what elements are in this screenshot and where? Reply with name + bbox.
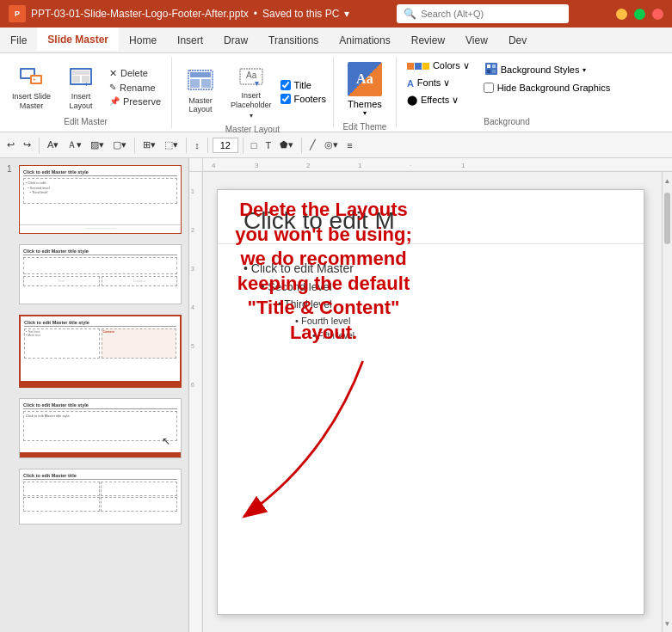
effects-tool[interactable]: ◎▾ bbox=[321, 138, 342, 152]
minimize-button[interactable] bbox=[616, 9, 627, 20]
undo-button[interactable]: ↩ bbox=[3, 138, 18, 152]
scroll-down-button[interactable]: ▼ bbox=[663, 615, 672, 632]
tab-slide-master[interactable]: Slide Master bbox=[37, 26, 119, 51]
cursor-indicator: ↖ bbox=[162, 435, 170, 447]
slide-mini-content-3: • Text here• More text Content bbox=[24, 328, 176, 359]
slide-thumb-wrapper-4[interactable]: Click to edit Master title style Click t… bbox=[19, 398, 182, 458]
slide-mini-title-2: Click to edit Master title style bbox=[23, 249, 177, 255]
line-spacing-button[interactable]: ↕ bbox=[191, 138, 203, 152]
group-button[interactable]: ⬚▾ bbox=[161, 138, 182, 152]
edit-theme-group: Aa Themes ▾ Edit Theme bbox=[334, 57, 397, 128]
svg-text:2: 2 bbox=[306, 162, 311, 169]
grid-cell-1 bbox=[23, 482, 100, 496]
font-color-button[interactable]: A▾ bbox=[44, 138, 62, 152]
tab-review[interactable]: Review bbox=[401, 28, 455, 52]
title-bar: P PPT-03-01-Slide-Master-Logo-Footer-Aft… bbox=[0, 0, 672, 28]
close-button[interactable] bbox=[652, 9, 663, 20]
tab-dev[interactable]: Dev bbox=[498, 28, 537, 52]
slide-thumb-3[interactable]: Click to edit Master title style • Text … bbox=[19, 315, 182, 388]
themes-dropdown[interactable]: ▾ bbox=[363, 109, 367, 117]
ruler-horizontal: 4 3 2 1 · 1 bbox=[203, 158, 672, 172]
slide-thumb-1[interactable]: Click to edit Master title style • Click… bbox=[19, 165, 182, 234]
hide-background-checkbox[interactable]: Hide Background Graphics bbox=[484, 82, 610, 94]
insert-placeholder-icon: Aa ▾ bbox=[237, 62, 265, 89]
svg-text:4: 4 bbox=[212, 162, 216, 169]
text-tool[interactable]: T bbox=[262, 138, 275, 152]
svg-text:+: + bbox=[33, 77, 36, 82]
slide-thumb-wrapper-1[interactable]: Click to edit Master title style • Click… bbox=[19, 165, 182, 234]
insert-placeholder-button[interactable]: Aa ▾ InsertPlaceholder ▾ bbox=[225, 58, 277, 123]
tab-draw[interactable]: Draw bbox=[213, 28, 258, 52]
title-check-input[interactable] bbox=[281, 80, 291, 90]
redo-button[interactable]: ↪ bbox=[20, 138, 34, 152]
line-tool[interactable]: ╱ bbox=[306, 138, 319, 152]
toolbar-separator-2 bbox=[134, 138, 135, 153]
master-layout-icon bbox=[187, 67, 214, 95]
insert-layout-icon: + bbox=[67, 63, 95, 90]
tab-file[interactable]: File bbox=[0, 28, 37, 52]
slide-thumb-2[interactable]: Click to edit Master title style Text Co… bbox=[19, 244, 182, 304]
align-button[interactable]: ⊞▾ bbox=[139, 138, 159, 152]
slide-row-2: Click to edit Master title style Text Co… bbox=[7, 244, 182, 304]
insert-placeholder-dropdown[interactable]: ▾ bbox=[250, 112, 253, 120]
shape-tool[interactable]: ⬟▾ bbox=[276, 138, 297, 152]
svg-text:1: 1 bbox=[461, 162, 465, 169]
scroll-up-button[interactable]: ▲ bbox=[663, 172, 672, 189]
highlight-button[interactable]: Ａ▾ bbox=[64, 137, 85, 153]
preserve-button[interactable]: 📌 Preserve bbox=[106, 95, 164, 107]
svg-rect-12 bbox=[190, 72, 211, 77]
background-styles-button[interactable]: Background Styles ▾ bbox=[480, 60, 610, 79]
slide-thumb-wrapper-2[interactable]: Click to edit Master title style Text Co… bbox=[19, 244, 182, 304]
tab-home[interactable]: Home bbox=[119, 28, 167, 52]
rectangle-tool[interactable]: □ bbox=[248, 138, 261, 152]
canvas-area: 4 3 2 1 · 1 1 2 3 4 5 6 bbox=[189, 158, 672, 632]
tab-transitions[interactable]: Transitions bbox=[258, 28, 329, 52]
hide-background-check-input[interactable] bbox=[484, 83, 494, 93]
svg-text:·: · bbox=[410, 162, 411, 169]
rename-button[interactable]: ✎ Rename bbox=[106, 82, 164, 94]
font-size-input[interactable] bbox=[213, 138, 238, 153]
slide-thumb-5[interactable]: Click to edit Master title bbox=[19, 469, 182, 525]
themes-button[interactable]: Aa Themes ▾ bbox=[341, 58, 389, 120]
slide-red-bar-3 bbox=[21, 381, 180, 386]
title-check-label: Title bbox=[294, 80, 311, 90]
filename: PPT-03-01-Slide-Master-Logo-Footer-After… bbox=[31, 8, 249, 20]
footers-check-label: Footers bbox=[294, 94, 326, 104]
dropdown-arrow-icon[interactable]: ▾ bbox=[344, 8, 349, 20]
background-group: Colors ∨ A Fonts ∨ ⬤ Effects ∨ bbox=[397, 57, 617, 128]
tab-view[interactable]: View bbox=[455, 28, 498, 52]
slide-thumb-wrapper-3[interactable]: Click to edit Master title style • Text … bbox=[19, 315, 182, 388]
more-btn[interactable]: ≡ bbox=[343, 138, 355, 152]
vertical-scrollbar[interactable]: ▲ ▼ bbox=[662, 172, 672, 632]
slide-thumb-wrapper-5[interactable]: Click to edit Master title bbox=[19, 469, 182, 525]
shape-fill-button[interactable]: ▨▾ bbox=[87, 138, 108, 152]
footers-checkbox[interactable]: Footers bbox=[281, 93, 326, 105]
background-group-label: Background bbox=[484, 115, 529, 126]
title-checkbox[interactable]: Title bbox=[281, 79, 326, 91]
window-controls bbox=[616, 9, 663, 20]
insert-layout-button[interactable]: + InsertLayout bbox=[59, 59, 102, 114]
tab-animations[interactable]: Animations bbox=[329, 28, 400, 52]
maximize-button[interactable] bbox=[634, 9, 645, 20]
tab-insert[interactable]: Insert bbox=[167, 28, 213, 52]
scrollbar-thumb-v[interactable] bbox=[664, 193, 670, 244]
master-layout-label-bottom: Master Layout bbox=[225, 123, 280, 134]
slide-thumb-4[interactable]: Click to edit Master title style Click t… bbox=[19, 398, 182, 458]
shape-outline-button[interactable]: ▢▾ bbox=[109, 138, 130, 152]
delete-button[interactable]: ✕ Delete bbox=[106, 67, 164, 80]
background-styles-icon bbox=[485, 63, 497, 77]
preserve-icon: 📌 bbox=[109, 96, 120, 106]
toolbar-separator-6 bbox=[301, 138, 302, 153]
colors-label: Colors ∨ bbox=[433, 60, 470, 71]
search-box[interactable]: 🔍 bbox=[397, 4, 569, 23]
themes-icon: Aa bbox=[348, 62, 382, 96]
effects-button[interactable]: ⬤ Effects ∨ bbox=[404, 93, 473, 107]
footers-check-input[interactable] bbox=[281, 94, 291, 104]
fonts-button[interactable]: A Fonts ∨ bbox=[404, 76, 473, 90]
insert-slide-master-button[interactable]: + Insert SlideMaster bbox=[7, 59, 56, 114]
search-input[interactable] bbox=[421, 9, 558, 19]
font-size-dropdown[interactable] bbox=[213, 138, 238, 153]
master-layout-button[interactable]: MasterLayout bbox=[179, 64, 222, 119]
colors-button[interactable]: Colors ∨ bbox=[404, 58, 473, 73]
background-styles-dropdown[interactable]: ▾ bbox=[583, 66, 586, 74]
